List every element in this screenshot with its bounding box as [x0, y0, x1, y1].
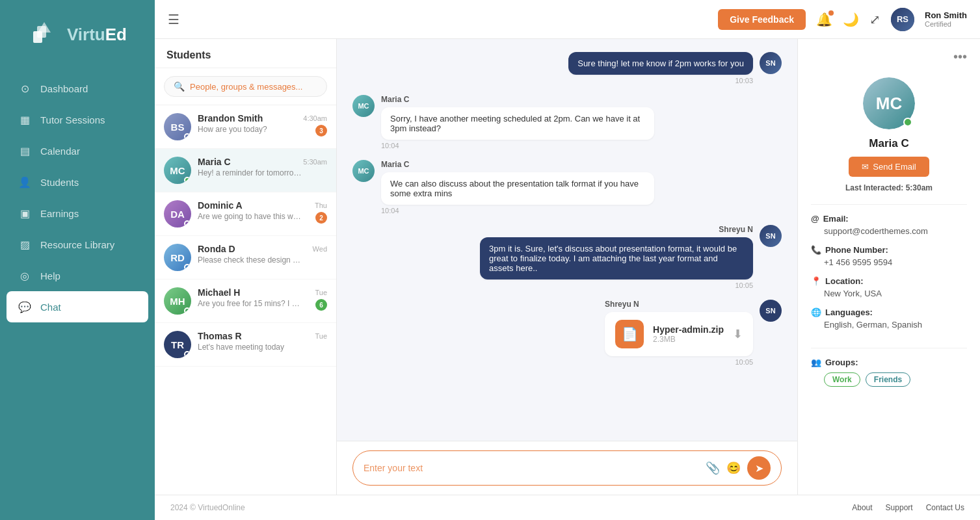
- contact-avatar: TR: [164, 331, 191, 358]
- unread-badge: 6: [315, 299, 327, 311]
- emoji-icon[interactable]: 😊: [726, 461, 741, 475]
- search-input[interactable]: [190, 82, 317, 92]
- phone-label: 📞 Phone Number:: [811, 245, 967, 255]
- email-icon: @: [811, 214, 819, 224]
- msg-content-wrap: Maria C Sorry, I have another meeting sc…: [381, 95, 654, 150]
- sidebar: VirtuEd ⊙Dashboard▦Tutor Sessions▤Calend…: [0, 0, 155, 520]
- nav-icon-resource-library: ▨: [18, 238, 31, 251]
- contact-avatar: DA: [164, 200, 191, 228]
- online-status-dot: [184, 220, 191, 227]
- footer-link[interactable]: Support: [886, 503, 913, 512]
- nav-label-help: Help: [40, 270, 60, 281]
- contact-name: Dominic A: [198, 200, 243, 211]
- nav-icon-calendar: ▤: [18, 144, 31, 157]
- contact-list: BS Brandon Smith 4:30am How are you toda…: [155, 105, 336, 495]
- message-input[interactable]: [364, 463, 699, 473]
- footer-link[interactable]: Contact Us: [926, 503, 964, 512]
- contact-time: 4:30am: [303, 114, 327, 122]
- msg-sender: Shreyu N: [605, 300, 753, 309]
- msg-avatar: SN: [760, 52, 782, 74]
- give-feedback-button[interactable]: Give Feedback: [718, 9, 806, 30]
- contact-message: Please check these design assets..: [198, 255, 302, 265]
- logo-text: VirtuEd: [67, 25, 127, 45]
- hamburger-icon[interactable]: ☰: [168, 12, 179, 27]
- contact-time: Tue: [315, 289, 327, 296]
- email-label: @ Email:: [811, 214, 967, 224]
- unread-badge: 2: [315, 212, 327, 224]
- sidebar-item-earnings[interactable]: ▣Earnings: [0, 198, 155, 229]
- phone-value: +1 456 9595 9594: [811, 257, 967, 267]
- chat-messages: SN Sure thing! let me know if 2pm works …: [337, 39, 797, 441]
- students-title: Students: [155, 39, 336, 68]
- profile-details: @ Email: support@coderthemes.com 📞 Phone…: [811, 205, 967, 348]
- contact-item[interactable]: MH Michael H Tue Are you free for 15 min…: [155, 280, 336, 323]
- search-input-wrap[interactable]: 🔍: [164, 76, 327, 97]
- sidebar-item-help[interactable]: ◎Help: [0, 260, 155, 291]
- location-value: New York, USA: [811, 289, 967, 298]
- contact-item[interactable]: TR Thomas R Tue Let's have meeting today: [155, 323, 336, 367]
- contact-message: Hey! a reminder for tomorrow's meeting?: [198, 168, 302, 177]
- contact-item[interactable]: DA Dominic A Thu Are we going to have th…: [155, 192, 336, 236]
- footer-copyright: 2024 © VirtuedOnline: [170, 503, 245, 512]
- nav-label-tutor-sessions: Tutor Sessions: [40, 114, 105, 125]
- msg-bubble: Sorry, I have another meeting scheduled …: [381, 107, 654, 140]
- contact-message: How are you today?: [198, 125, 302, 134]
- contact-name: Maria C: [198, 157, 231, 167]
- theme-icon[interactable]: 🌙: [843, 12, 859, 27]
- search-icon: 🔍: [174, 81, 185, 92]
- contact-item[interactable]: BS Brandon Smith 4:30am How are you toda…: [155, 105, 336, 149]
- groups-label: 👥 Groups:: [811, 358, 967, 367]
- msg-content-wrap: Shreyu N 📄 Hyper-admin.zip 2.3MB ⬇ 10:05: [605, 300, 753, 366]
- contact-avatar: RD: [164, 244, 191, 271]
- nav-label-earnings: Earnings: [40, 208, 79, 219]
- notification-dot: [828, 10, 834, 16]
- location-detail: 📍 Location: New York, USA: [811, 276, 967, 298]
- sidebar-item-tutor-sessions[interactable]: ▦Tutor Sessions: [0, 104, 155, 135]
- more-options-button[interactable]: •••: [953, 49, 967, 64]
- msg-content-wrap: Shreyu N 3pm it is. Sure, let's discuss …: [480, 225, 753, 289]
- unread-badge: 3: [315, 125, 327, 136]
- msg-avatar: SN: [760, 300, 782, 322]
- group-tag: Work: [824, 372, 860, 387]
- location-label: 📍 Location:: [811, 276, 967, 286]
- groups-section: 👥 Groups: WorkFriends: [811, 348, 967, 396]
- phone-detail: 📞 Phone Number: +1 456 9595 9594: [811, 245, 967, 267]
- sidebar-item-chat[interactable]: 💬Chat: [7, 291, 148, 322]
- contact-name: Thomas R: [198, 331, 242, 341]
- msg-sender: Shreyu N: [480, 225, 753, 234]
- contact-item[interactable]: RD Ronda D Wed Please check these design…: [155, 236, 336, 280]
- contact-info: Dominic A Thu Are we going to have this …: [198, 200, 327, 221]
- contact-item[interactable]: MC Maria C 5:30am Hey! a reminder for to…: [155, 149, 336, 192]
- nav-icon-chat: 💬: [18, 300, 31, 313]
- group-tag: Friends: [866, 372, 910, 387]
- message-row: SN Sure thing! let me know if 2pm works …: [352, 52, 782, 84]
- notification-icon[interactable]: 🔔: [816, 12, 832, 27]
- msg-content-wrap: Maria C We can also discuss about the pr…: [381, 160, 654, 214]
- sidebar-item-students[interactable]: 👤Students: [0, 166, 155, 198]
- expand-icon[interactable]: ⤢: [869, 12, 881, 27]
- profile-avatar-wrap: MC: [863, 77, 915, 129]
- group-tags: WorkFriends: [811, 372, 967, 387]
- sidebar-item-dashboard[interactable]: ⊙Dashboard: [0, 73, 155, 104]
- contact-info: Brandon Smith 4:30am How are you today?: [198, 113, 327, 134]
- profile-online-dot: [903, 118, 912, 127]
- file-name: Hyper-admin.zip: [653, 324, 724, 335]
- msg-sender: Maria C: [381, 160, 654, 169]
- contact-time: Wed: [313, 245, 327, 253]
- location-icon: 📍: [811, 276, 821, 286]
- contact-info: Michael H Tue Are you free for 15 mins? …: [198, 287, 327, 308]
- download-icon[interactable]: ⬇: [733, 327, 743, 341]
- attach-icon[interactable]: 📎: [706, 461, 720, 475]
- msg-time: 10:04: [381, 142, 654, 150]
- send-button[interactable]: ➤: [747, 456, 771, 480]
- right-panel: ••• MC Maria C ✉ Send Email Last Interac…: [798, 39, 980, 495]
- sidebar-item-resource-library[interactable]: ▨Resource Library: [0, 229, 155, 260]
- footer-link[interactable]: About: [852, 503, 872, 512]
- contact-time: Tue: [315, 332, 327, 340]
- sidebar-nav: ⊙Dashboard▦Tutor Sessions▤Calendar👤Stude…: [0, 66, 155, 520]
- online-status-dot: [184, 177, 191, 183]
- send-email-button[interactable]: ✉ Send Email: [849, 157, 929, 177]
- profile-name: Maria C: [869, 137, 908, 150]
- msg-time: 10:04: [381, 207, 654, 214]
- sidebar-item-calendar[interactable]: ▤Calendar: [0, 135, 155, 166]
